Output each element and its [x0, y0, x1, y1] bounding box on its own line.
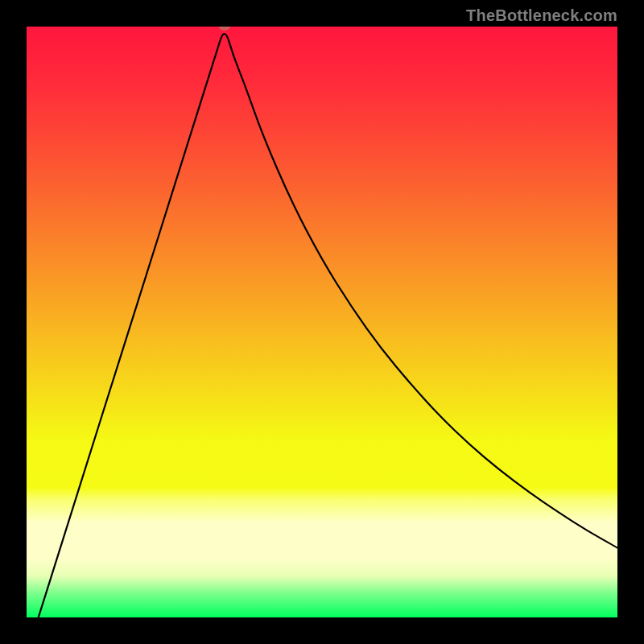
- chart-frame: TheBottleneck.com: [0, 0, 644, 644]
- watermark-text: TheBottleneck.com: [466, 6, 617, 25]
- chart-svg: [27, 27, 617, 617]
- plot-area: [27, 27, 617, 617]
- gradient-background: [27, 27, 617, 617]
